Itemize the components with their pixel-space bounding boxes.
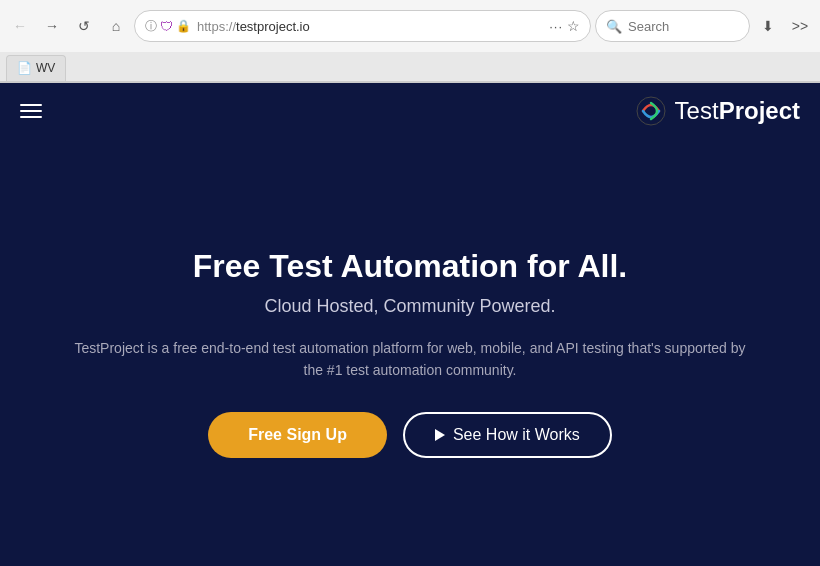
hamburger-menu[interactable]	[20, 104, 42, 118]
address-bar[interactable]: ⓘ 🛡 🔒 https://testproject.io ··· ☆	[134, 10, 591, 42]
home-button[interactable]: ⌂	[102, 12, 130, 40]
browser-toolbar: ← → ↺ ⌂ ⓘ 🛡 🔒 https://testproject.io ···…	[0, 0, 820, 52]
logo-icon	[635, 95, 667, 127]
hamburger-line-2	[20, 110, 42, 112]
shield-icon: 🛡	[160, 19, 173, 34]
page-content: TestProject Free Test Automation for All…	[0, 83, 820, 566]
site-logo[interactable]: TestProject	[635, 95, 800, 127]
tab-bar: 📄 WV	[0, 52, 820, 82]
search-input[interactable]	[628, 19, 739, 34]
back-button[interactable]: ←	[6, 12, 34, 40]
tab-icon: 📄	[17, 61, 32, 75]
hero-section: Free Test Automation for All. Cloud Host…	[30, 138, 790, 566]
play-icon	[435, 429, 445, 441]
logo-text: TestProject	[675, 97, 800, 125]
signup-button[interactable]: Free Sign Up	[208, 412, 387, 458]
overflow-button[interactable]: >>	[786, 12, 814, 40]
search-icon: 🔍	[606, 19, 622, 34]
forward-button[interactable]: →	[38, 12, 66, 40]
security-icons: ⓘ 🛡 🔒	[145, 18, 191, 35]
info-icon: ⓘ	[145, 18, 157, 35]
howit-button[interactable]: See How it Works	[403, 412, 612, 458]
hamburger-line-1	[20, 104, 42, 106]
svg-point-0	[637, 97, 665, 125]
hero-subtitle: Cloud Hosted, Community Powered.	[264, 296, 555, 317]
tab-label: WV	[36, 61, 55, 75]
more-icon[interactable]: ···	[549, 19, 563, 34]
hamburger-line-3	[20, 116, 42, 118]
address-actions: ··· ☆	[549, 18, 580, 34]
download-button[interactable]: ⬇	[754, 12, 782, 40]
lock-icon: 🔒	[176, 19, 191, 33]
search-bar[interactable]: 🔍	[595, 10, 750, 42]
hero-title: Free Test Automation for All.	[193, 247, 627, 285]
bookmark-icon[interactable]: ☆	[567, 18, 580, 34]
hero-buttons: Free Sign Up See How it Works	[208, 412, 612, 458]
hero-description: TestProject is a free end-to-end test au…	[70, 337, 750, 382]
active-tab[interactable]: 📄 WV	[6, 55, 66, 81]
url-display: https://testproject.io	[197, 19, 543, 34]
site-nav: TestProject	[0, 83, 820, 138]
howit-label: See How it Works	[453, 426, 580, 444]
browser-chrome: ← → ↺ ⌂ ⓘ 🛡 🔒 https://testproject.io ···…	[0, 0, 820, 83]
reload-button[interactable]: ↺	[70, 12, 98, 40]
